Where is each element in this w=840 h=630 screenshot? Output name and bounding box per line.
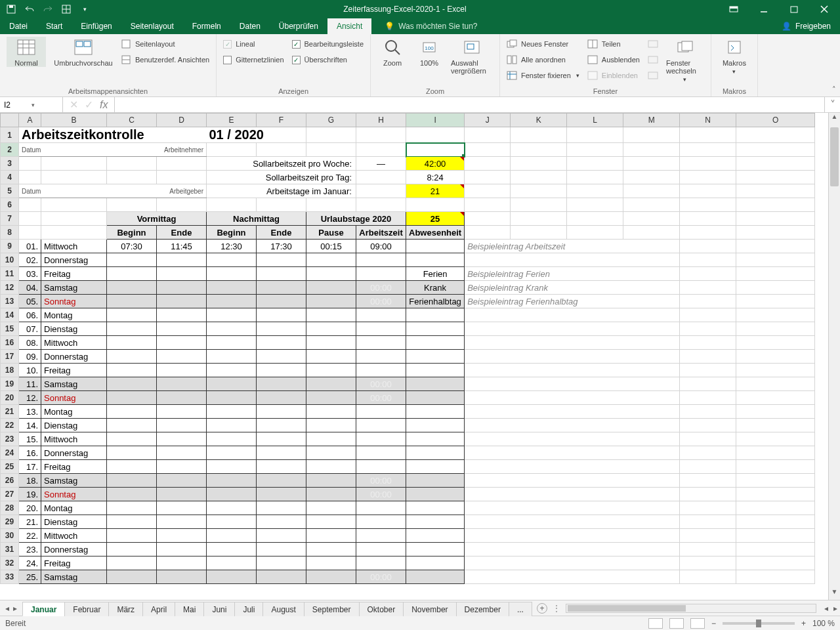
col-header[interactable]: A	[19, 114, 41, 127]
gridlines-checkbox[interactable]: Gitternetzlinien	[223, 52, 284, 67]
row-header[interactable]: 19	[1, 377, 19, 391]
fx-icon[interactable]: fx	[100, 99, 108, 111]
row-header[interactable]: 6	[1, 198, 19, 212]
tab-datei[interactable]: Datei	[0, 18, 37, 34]
reset-pos-button[interactable]	[648, 68, 658, 83]
tab-daten[interactable]: Daten	[230, 18, 270, 34]
col-header[interactable]: J	[465, 114, 511, 127]
row-header[interactable]: 11	[1, 267, 19, 281]
row-header[interactable]: 5	[1, 184, 19, 198]
page-layout-view-icon[interactable]	[669, 618, 684, 629]
redo-icon[interactable]	[42, 3, 54, 15]
new-sheet-icon[interactable]: +	[537, 603, 547, 614]
col-header[interactable]: C	[107, 114, 157, 127]
zoom-out-icon[interactable]: −	[711, 619, 716, 628]
sheet-tab-januar[interactable]: Januar	[22, 602, 65, 616]
collapse-ribbon-icon[interactable]: ˄	[832, 85, 836, 94]
row-header[interactable]: 31	[1, 543, 19, 556]
ruler-checkbox[interactable]: ✓Lineal	[223, 37, 284, 51]
switch-windows-button[interactable]: Fenster wechseln▾	[666, 37, 704, 83]
row-header[interactable]: 20	[1, 391, 19, 405]
sheet-tab-mai[interactable]: Mai	[175, 602, 204, 616]
row-header[interactable]: 13	[1, 295, 19, 308]
col-header[interactable]: M	[623, 114, 680, 127]
row-header[interactable]: 33	[1, 570, 19, 584]
undo-icon[interactable]	[24, 3, 35, 15]
row-header[interactable]: 22	[1, 419, 19, 432]
scroll-left-icon[interactable]: ◂	[822, 604, 831, 613]
row-header[interactable]: 1	[1, 127, 19, 143]
sheet-tab-september[interactable]: September	[304, 602, 360, 616]
unhide-button[interactable]: Einblenden	[587, 68, 640, 83]
col-header[interactable]: O	[736, 114, 815, 127]
new-window-button[interactable]: Neues Fenster	[507, 37, 579, 51]
zoom100-button[interactable]: 100100%	[415, 37, 443, 67]
row-header[interactable]: 9	[1, 240, 19, 253]
save-icon[interactable]	[5, 3, 17, 15]
row-header[interactable]: 10	[1, 253, 19, 267]
zoom-in-icon[interactable]: +	[801, 619, 806, 628]
sheet-tab-märz[interactable]: März	[108, 602, 143, 616]
row-header[interactable]: 32	[1, 556, 19, 570]
custom-views-button[interactable]: Benutzerdef. Ansichten	[121, 52, 209, 67]
select-all-corner[interactable]	[1, 114, 19, 127]
col-header[interactable]: K	[511, 114, 567, 127]
view-side-button[interactable]	[648, 52, 658, 67]
pagebreak-view-icon[interactable]	[690, 618, 705, 629]
zoom-button[interactable]: Zoom	[377, 37, 408, 67]
row-header[interactable]: 4	[1, 171, 19, 184]
col-header[interactable]: L	[567, 114, 623, 127]
sheet-tab-juni[interactable]: Juni	[203, 602, 235, 616]
zoom-slider[interactable]	[723, 622, 795, 625]
sheet-tab-november[interactable]: November	[403, 602, 456, 616]
col-header[interactable]: F	[257, 114, 306, 127]
row-header[interactable]: 3	[1, 157, 19, 171]
row-header[interactable]: 12	[1, 281, 19, 295]
row-header[interactable]: 25	[1, 460, 19, 474]
col-header[interactable]: D	[157, 114, 207, 127]
row-header[interactable]: 23	[1, 432, 19, 446]
scroll-up-icon[interactable]: ▲	[829, 113, 840, 125]
vertical-scrollbar[interactable]: ▲ ▼	[828, 113, 840, 600]
zoom-level[interactable]: 100 %	[812, 619, 835, 628]
col-header[interactable]: I	[406, 114, 465, 127]
row-header[interactable]: 21	[1, 405, 19, 419]
scroll-thumb[interactable]	[830, 127, 839, 186]
row-header[interactable]: 29	[1, 515, 19, 529]
row-header[interactable]: 27	[1, 488, 19, 501]
formulabar-checkbox[interactable]: ✓Bearbeitungsleiste	[292, 37, 364, 51]
normal-view-button[interactable]: Normal	[7, 37, 46, 67]
freeze-panes-button[interactable]: Fenster fixieren▾	[507, 68, 579, 83]
sheet-tab-dezember[interactable]: Dezember	[456, 602, 509, 616]
headings-checkbox[interactable]: ✓Überschriften	[292, 52, 364, 67]
tell-me[interactable]: Was möchten Sie tun?	[398, 22, 477, 31]
layout-view-button[interactable]: Seitenlayout	[121, 37, 209, 51]
tab-seitenlayout[interactable]: Seitenlayout	[121, 18, 183, 34]
macros-button[interactable]: Makros▾	[718, 37, 751, 75]
sheet-tab-april[interactable]: April	[142, 602, 175, 616]
spreadsheet-grid[interactable]: ABCDEFGHIJKLMNO1Arbeitszeitkontrolle01 /…	[0, 113, 828, 600]
sheet-tab-juli[interactable]: Juli	[234, 602, 263, 616]
row-header[interactable]: 2	[1, 143, 19, 157]
row-header[interactable]: 15	[1, 322, 19, 336]
tab-überprüfen[interactable]: Überprüfen	[270, 18, 327, 34]
formula-input[interactable]	[115, 97, 824, 112]
ribbon-options-icon[interactable]	[719, 0, 748, 18]
col-header[interactable]: N	[680, 114, 736, 127]
sheet-tab-august[interactable]: August	[262, 602, 304, 616]
share-button[interactable]: 👤 Freigeben	[772, 22, 840, 31]
sheet-tab-oktober[interactable]: Oktober	[359, 602, 404, 616]
row-header[interactable]: 7	[1, 212, 19, 226]
split-button[interactable]: Teilen	[587, 37, 640, 51]
qat-grid-icon[interactable]	[60, 3, 72, 15]
sync-scroll-button[interactable]	[648, 37, 658, 51]
scroll-right-icon[interactable]: ▸	[831, 604, 840, 613]
tab-einfügen[interactable]: Einfügen	[72, 18, 121, 34]
scroll-down-icon[interactable]: ▼	[829, 588, 840, 600]
row-header[interactable]: 26	[1, 474, 19, 488]
tab-first-icon[interactable]: ◂	[5, 604, 9, 613]
row-header[interactable]: 8	[1, 226, 19, 240]
close-icon[interactable]	[810, 0, 839, 18]
row-header[interactable]: 16	[1, 336, 19, 350]
maximize-icon[interactable]	[780, 0, 808, 18]
